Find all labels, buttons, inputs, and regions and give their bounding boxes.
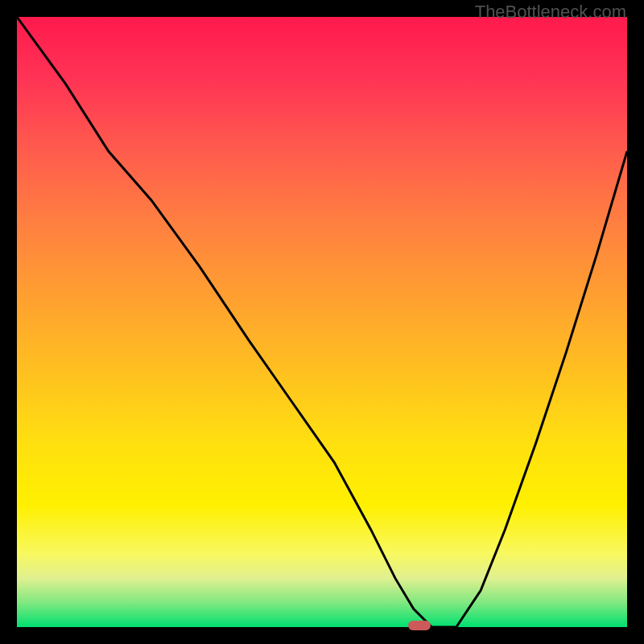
watermark-text: TheBottleneck.com xyxy=(475,2,626,23)
bottleneck-curve xyxy=(17,17,627,627)
optimal-marker xyxy=(408,621,431,630)
